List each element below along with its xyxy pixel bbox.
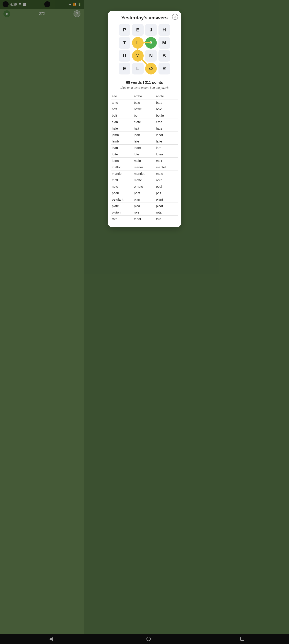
modal-overlay: × Yesterday's answers PEJHTLAMUTNBELOR 6… xyxy=(0,0,84,644)
